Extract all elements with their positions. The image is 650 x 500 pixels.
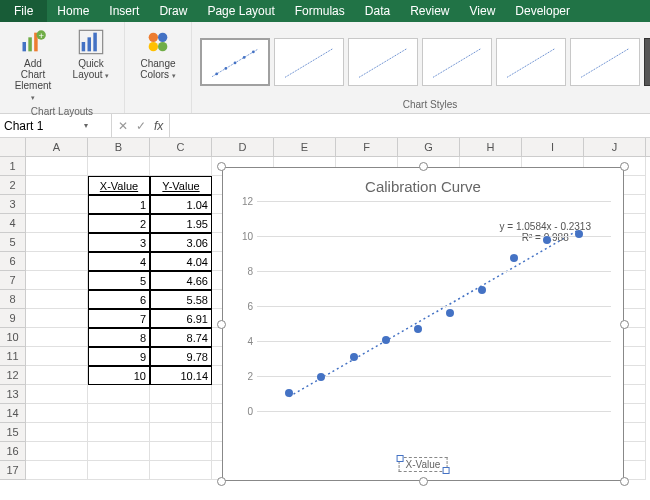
tab-view[interactable]: View (460, 0, 506, 22)
cell[interactable] (26, 214, 88, 233)
row-header[interactable]: 6 (0, 252, 26, 271)
add-chart-element-button[interactable]: + Add Chart Element ▾ (8, 26, 58, 104)
quick-layout-button[interactable]: Quick Layout ▾ (66, 26, 116, 82)
embedded-chart[interactable]: Calibration Curve y = 1.0584x - 0.2313 R… (214, 159, 632, 489)
data-point[interactable] (414, 325, 422, 333)
cell[interactable] (26, 252, 88, 271)
cell[interactable]: 8 (88, 328, 150, 347)
col-header[interactable]: H (460, 138, 522, 156)
row-header[interactable]: 14 (0, 404, 26, 423)
cell[interactable] (26, 366, 88, 385)
cell[interactable]: 7 (88, 309, 150, 328)
row-header[interactable]: 7 (0, 271, 26, 290)
resize-handle-bl[interactable] (217, 477, 226, 486)
cell[interactable]: 5 (88, 271, 150, 290)
data-point[interactable] (575, 230, 583, 238)
row-header[interactable]: 17 (0, 461, 26, 480)
cell[interactable] (26, 404, 88, 423)
tab-developer[interactable]: Developer (505, 0, 580, 22)
chart-styles-scroll[interactable] (644, 38, 650, 86)
cell[interactable] (88, 385, 150, 404)
resize-handle-mr[interactable] (620, 320, 629, 329)
data-point[interactable] (446, 309, 454, 317)
col-header[interactable]: E (274, 138, 336, 156)
chart-style-1[interactable] (200, 38, 270, 86)
cell[interactable] (26, 442, 88, 461)
tab-insert[interactable]: Insert (99, 0, 149, 22)
name-box-dropdown-icon[interactable]: ▾ (84, 121, 88, 130)
col-header[interactable]: D (212, 138, 274, 156)
cell[interactable]: 3.06 (150, 233, 212, 252)
cell[interactable]: 8.74 (150, 328, 212, 347)
data-point[interactable] (478, 286, 486, 294)
cell[interactable] (26, 461, 88, 480)
tab-page-layout[interactable]: Page Layout (197, 0, 284, 22)
cell[interactable] (26, 423, 88, 442)
cell[interactable] (26, 347, 88, 366)
chart-style-5[interactable] (496, 38, 566, 86)
cell[interactable] (26, 328, 88, 347)
cell[interactable] (26, 290, 88, 309)
col-header[interactable]: J (584, 138, 646, 156)
select-all-corner[interactable] (0, 138, 26, 156)
cell[interactable]: 4.04 (150, 252, 212, 271)
data-point[interactable] (510, 254, 518, 262)
x-axis-label[interactable]: X-Value (399, 457, 448, 472)
cell[interactable] (88, 404, 150, 423)
cell[interactable]: 9 (88, 347, 150, 366)
row-header[interactable]: 3 (0, 195, 26, 214)
resize-handle-ml[interactable] (217, 320, 226, 329)
cancel-icon[interactable]: ✕ (118, 119, 128, 133)
data-point[interactable] (350, 353, 358, 361)
cell[interactable]: 2 (88, 214, 150, 233)
formula-input[interactable] (170, 119, 650, 133)
row-header[interactable]: 2 (0, 176, 26, 195)
resize-handle-bm[interactable] (419, 477, 428, 486)
cell[interactable]: 3 (88, 233, 150, 252)
col-header[interactable]: A (26, 138, 88, 156)
chart-title[interactable]: Calibration Curve (223, 168, 623, 201)
cell[interactable] (26, 233, 88, 252)
row-header[interactable]: 13 (0, 385, 26, 404)
cell[interactable] (88, 442, 150, 461)
cell[interactable]: 6 (88, 290, 150, 309)
fx-icon[interactable]: fx (154, 119, 163, 133)
row-header[interactable]: 1 (0, 157, 26, 176)
cell[interactable]: 1.95 (150, 214, 212, 233)
cell[interactable] (150, 442, 212, 461)
enter-icon[interactable]: ✓ (136, 119, 146, 133)
cell[interactable] (88, 461, 150, 480)
chart-style-3[interactable] (348, 38, 418, 86)
col-header[interactable]: C (150, 138, 212, 156)
cell[interactable] (150, 423, 212, 442)
name-box[interactable]: ▾ (0, 114, 112, 137)
row-header[interactable]: 16 (0, 442, 26, 461)
cell[interactable] (26, 271, 88, 290)
resize-handle-tl[interactable] (217, 162, 226, 171)
cell[interactable] (150, 385, 212, 404)
cell[interactable] (26, 385, 88, 404)
chart-style-6[interactable] (570, 38, 640, 86)
cell[interactable]: 1 (88, 195, 150, 214)
tab-home[interactable]: Home (47, 0, 99, 22)
row-header[interactable]: 5 (0, 233, 26, 252)
col-header[interactable]: B (88, 138, 150, 156)
cell[interactable] (26, 309, 88, 328)
tab-data[interactable]: Data (355, 0, 400, 22)
tab-formulas[interactable]: Formulas (285, 0, 355, 22)
cell[interactable] (150, 461, 212, 480)
cell[interactable] (150, 404, 212, 423)
chart-plot-area[interactable]: y = 1.0584x - 0.2313 R² = 0.988 02468101… (257, 201, 611, 411)
cell[interactable] (88, 423, 150, 442)
cell[interactable]: Y-Value (150, 176, 212, 195)
tab-file[interactable]: File (0, 0, 47, 22)
row-header[interactable]: 12 (0, 366, 26, 385)
chart-style-4[interactable] (422, 38, 492, 86)
cell[interactable]: 1.04 (150, 195, 212, 214)
cell[interactable]: 9.78 (150, 347, 212, 366)
cell[interactable] (26, 157, 88, 176)
cell[interactable] (26, 176, 88, 195)
chart-style-2[interactable] (274, 38, 344, 86)
tab-review[interactable]: Review (400, 0, 459, 22)
cell[interactable]: 5.58 (150, 290, 212, 309)
